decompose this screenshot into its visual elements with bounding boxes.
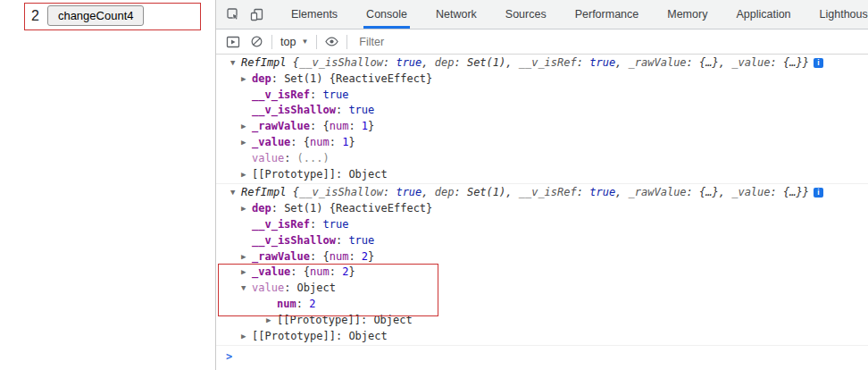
console-property-row[interactable]: __v_isRef: true [230, 217, 868, 233]
console-property-row[interactable]: ▶dep: Set(1) {ReactiveEffect} [230, 71, 868, 88]
console-property-row[interactable]: ▶_value: {num: 2} [230, 265, 868, 281]
disclosure-triangle-icon[interactable]: ▼ [241, 281, 252, 297]
console-token: { [293, 186, 299, 198]
console-token: true [396, 186, 421, 198]
console-token: dep [435, 186, 455, 198]
console-sidebar-toggle-icon[interactable] [221, 31, 245, 53]
console-token: _value [731, 56, 770, 69]
console-message: ▼RefImpl {__v_isShallow: true, dep: Set(… [216, 184, 868, 346]
disclosure-triangle-icon[interactable]: ▶ [241, 329, 252, 345]
console-property-row[interactable]: num: 2 [230, 297, 868, 313]
console-prompt[interactable]: > [216, 346, 868, 365]
disclosure-triangle-icon[interactable]: ▶ [241, 119, 252, 135]
disclosure-triangle-icon[interactable]: ▶ [241, 201, 252, 217]
clear-console-icon[interactable] [245, 31, 269, 53]
console-message: ▼RefImpl {__v_isShallow: true, dep: Set(… [216, 55, 868, 184]
inspect-element-icon[interactable] [221, 4, 245, 25]
console-token: 1 [362, 120, 368, 132]
live-expression-eye-icon[interactable] [320, 31, 344, 53]
console-token: dep [252, 202, 271, 214]
console-token: 2 [309, 298, 315, 310]
console-filter-input[interactable] [357, 35, 584, 49]
tab-console[interactable]: Console [352, 0, 421, 29]
console-property-row[interactable]: ▶_rawValue: {num: 2} [230, 249, 868, 265]
console-token: : [336, 104, 348, 116]
browser-page: 2 changeCount4 [0, 0, 215, 370]
console-property-row[interactable]: ▶_value: {num: 1} [230, 135, 868, 151]
disclosure-triangle-icon[interactable]: ▶ [266, 313, 277, 329]
console-token: : [454, 186, 466, 198]
object-preview-row[interactable]: ▼RefImpl {__v_isShallow: true, dep: Set(… [230, 185, 868, 201]
console-token: : [271, 202, 284, 214]
console-token: : [336, 168, 348, 181]
console-token: { [322, 250, 329, 263]
tab-memory[interactable]: Memory [653, 0, 722, 29]
console-token: __v_isShallow [252, 104, 336, 116]
console-property-row[interactable]: ▶[[Prototype]]: Object [230, 313, 868, 329]
disclosure-triangle-icon[interactable]: ▶ [241, 167, 252, 183]
tab-label: Elements [291, 8, 338, 21]
console-token: , [505, 186, 518, 198]
console-token: , [421, 56, 434, 69]
console-token: : [310, 88, 322, 101]
disclosure-triangle-icon[interactable]: ▶ [241, 135, 252, 151]
info-icon[interactable]: i [814, 58, 823, 68]
console-property-row[interactable]: value: (...) [230, 151, 868, 167]
console-token: : [310, 120, 322, 132]
execution-context-label: top [280, 36, 296, 48]
console-token: : [687, 186, 699, 198]
console-token: num [330, 250, 349, 263]
change-count-button[interactable]: changeCount4 [47, 5, 145, 26]
console-token: __v_isRef [519, 56, 577, 69]
console-token: } [368, 250, 374, 263]
disclosure-triangle-icon[interactable]: ▶ [241, 265, 252, 281]
console-token: true [348, 234, 374, 247]
console-token: {…} [699, 186, 719, 198]
execution-context-select[interactable]: top ▼ [275, 36, 313, 48]
console-property-row[interactable]: __v_isShallow: true [230, 233, 868, 249]
console-token: : [310, 218, 322, 231]
console-token: (...) [297, 152, 330, 164]
console-token: : [330, 136, 342, 148]
console-property-row[interactable]: ▼value: Object [230, 281, 868, 297]
console-token: : [336, 330, 348, 342]
console-token: [[Prototype]] [252, 330, 336, 342]
console-property-row[interactable]: ▶_rawValue: {num: 1} [230, 119, 868, 135]
console-token: : [383, 56, 396, 69]
tab-elements[interactable]: Elements [277, 0, 352, 29]
info-icon[interactable]: i [814, 188, 823, 198]
console-token: dep [435, 56, 455, 69]
counter-widget: 2 changeCount4 [31, 5, 144, 26]
console-token: RefImpl [241, 56, 293, 69]
object-preview-row[interactable]: ▼RefImpl {__v_isShallow: true, dep: Set(… [230, 55, 868, 71]
console-token: : [348, 120, 361, 132]
disclosure-triangle-icon[interactable]: ▼ [230, 55, 241, 71]
tab-application[interactable]: Application [722, 0, 805, 29]
console-token: __v_isShallow [299, 186, 383, 198]
console-token: _value [252, 136, 290, 148]
disclosure-triangle-icon[interactable]: ▶ [241, 71, 252, 88]
tab-network[interactable]: Network [421, 0, 491, 29]
disclosure-triangle-icon[interactable]: ▶ [241, 249, 252, 265]
console-property-row[interactable]: __v_isRef: true [230, 88, 868, 104]
disclosure-triangle-icon[interactable]: ▼ [230, 185, 241, 201]
console-property-row[interactable]: ▶dep: Set(1) {ReactiveEffect} [230, 201, 868, 217]
console-token: : [310, 250, 322, 263]
console-property-row[interactable]: ▶[[Prototype]]: Object [230, 329, 868, 345]
console-token: _rawValue [252, 250, 310, 263]
console-token: : [336, 234, 348, 247]
console-property-row[interactable]: __v_isShallow: true [230, 103, 868, 119]
console-token: __v_isRef [519, 186, 577, 198]
console-token: __v_isRef [252, 218, 310, 231]
tab-sources[interactable]: Sources [491, 0, 561, 29]
device-toolbar-icon[interactable] [245, 4, 269, 25]
toolbar-separator [271, 35, 272, 49]
console-token: Object [297, 282, 336, 294]
console-property-row[interactable]: ▶[[Prototype]]: Object [230, 167, 868, 183]
console-token: num [330, 120, 349, 132]
tab-performance[interactable]: Performance [561, 0, 654, 29]
console-token: , [719, 186, 731, 198]
console-token: , [421, 186, 434, 198]
tab-lighthouse[interactable]: Lighthouse [805, 0, 868, 29]
console-token: _rawValue [629, 186, 687, 198]
